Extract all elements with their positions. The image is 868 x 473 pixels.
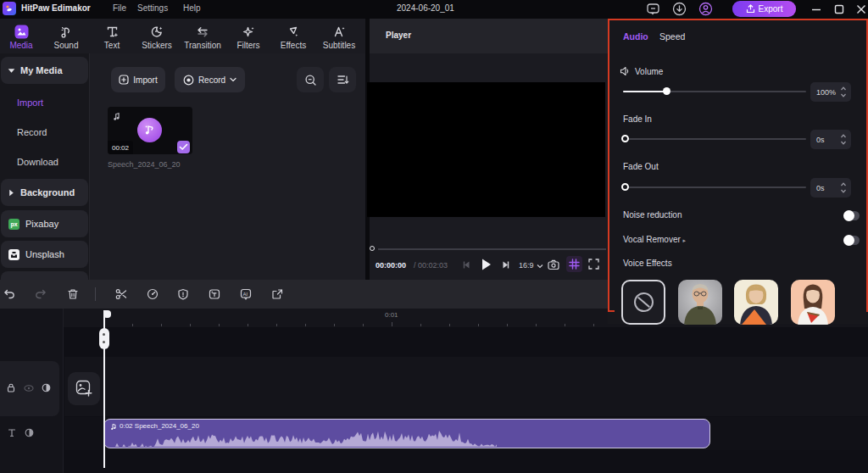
svg-text:AI: AI [242, 292, 248, 297]
